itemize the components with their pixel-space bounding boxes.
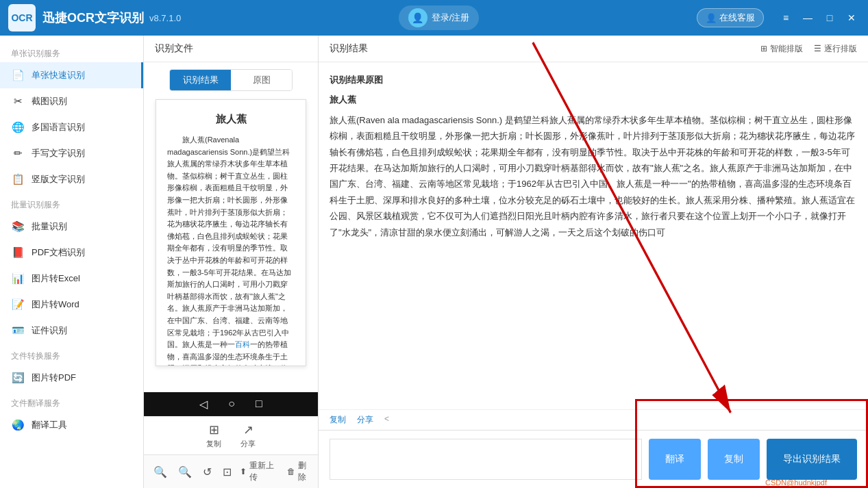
vertical-icon: 📋	[11, 172, 25, 186]
doc-title: 旅人蕉	[167, 111, 295, 127]
result-share-link[interactable]: 分享	[357, 414, 373, 426]
batch-icon: 📚	[11, 220, 25, 233]
result-content-body: 旅人蕉(Raven ala madagascariensis Sonn.) 是鹤…	[330, 112, 857, 240]
copy-button[interactable]: ⊞ 复制	[206, 422, 221, 449]
service-button[interactable]: 👤 在线客服	[697, 8, 764, 27]
tab-result[interactable]: 识别结果	[170, 70, 231, 90]
reupload-button[interactable]: ⬆ 重新上传	[240, 460, 276, 483]
result-less-link[interactable]: <	[384, 414, 389, 426]
upload-icon: ⬆	[240, 467, 247, 476]
titlebar: OCR 迅捷OCR文字识别 v8.7.1.0 👤 登录/注册 👤 在线客服 ≡ …	[0, 0, 868, 36]
app-version: v8.7.1.0	[149, 13, 181, 23]
back-button[interactable]: ◁	[199, 398, 208, 411]
logo-text: OCR	[11, 12, 32, 23]
line-sort-icon: ☰	[814, 44, 821, 53]
sidebar-section-convert: 文件转换服务	[0, 344, 143, 365]
sidebar-item-batch[interactable]: 📚 批量识别	[0, 214, 143, 240]
sidebar-item-pdf[interactable]: 📕 PDF文档识别	[0, 240, 143, 266]
phone-navigation-bar: ◁ ○ □	[144, 392, 318, 416]
translate-button[interactable]: 翻译	[649, 439, 701, 480]
sidebar-item-handwriting[interactable]: ✏ 手写文字识别	[0, 140, 143, 166]
delete-button[interactable]: 🗑 删除	[287, 460, 311, 483]
copy-label: 复制	[206, 439, 221, 449]
sidebar-item-img-pdf[interactable]: 🔄 图片转PDF	[0, 365, 143, 391]
result-empty-area	[330, 439, 642, 480]
excel-icon: 📊	[11, 272, 25, 285]
sidebar-item-multilang[interactable]: 🌐 多国语言识别	[0, 114, 143, 140]
sidebar-item-handwriting-label: 手写文字识别	[32, 147, 85, 159]
smart-sort-label: 智能排版	[770, 43, 803, 55]
service-label: 在线客服	[719, 12, 755, 24]
delete-label: 删除	[298, 460, 311, 483]
login-label: 登录/注册	[432, 12, 470, 24]
file-panel-header: 识别文件	[144, 36, 318, 62]
login-button[interactable]: 👤 登录/注册	[399, 5, 480, 30]
close-button[interactable]: ✕	[843, 10, 860, 26]
titlebar-right: 👤 在线客服 ≡ — □ ✕	[697, 8, 860, 27]
rotate-icon[interactable]: ↺	[200, 464, 214, 480]
titlebar-center: 👤 登录/注册	[181, 5, 697, 30]
recents-button[interactable]: □	[256, 398, 262, 411]
translate-icon: 🌏	[11, 418, 25, 432]
result-panel: 识别结果 ⊞ 智能排版 ☰ 逐行排版 识别结果原图 旅人蕉 旅人蕉(Raven …	[319, 36, 868, 488]
sidebar-item-screenshot[interactable]: ✂ 截图识别	[0, 88, 143, 114]
maximize-button[interactable]: □	[821, 10, 838, 26]
zoom-out-icon[interactable]: 🔍	[175, 464, 195, 480]
multilang-icon: 🌐	[11, 120, 25, 134]
smart-sort-icon: ⊞	[760, 44, 767, 53]
sidebar-item-img-word-label: 图片转Word	[32, 298, 79, 311]
sidebar-item-img-word[interactable]: 📝 图片转Word	[0, 292, 143, 318]
share-icon: ↗	[243, 422, 253, 437]
crop-icon[interactable]: ⊡	[220, 464, 234, 480]
sidebar-item-id[interactable]: 🪪 证件识别	[0, 318, 143, 344]
file-preview-area: 识别结果 原图 旅人蕉 旅人蕉(Ravenala madagascariensi…	[144, 62, 318, 392]
sidebar-item-quick-recognition[interactable]: 📄 单张快速识别	[0, 62, 143, 88]
sidebar-section-translate: 文件翻译服务	[0, 391, 143, 412]
reupload-label: 重新上传	[249, 460, 276, 483]
home-button[interactable]: ○	[228, 398, 235, 411]
sidebar-item-vertical[interactable]: 📋 竖版文字识别	[0, 166, 143, 192]
tab-switcher: 识别结果 原图	[169, 69, 293, 91]
result-panel-title: 识别结果	[330, 42, 368, 55]
watermark: CSDN@hudnkjpdf	[765, 478, 827, 487]
tab-original[interactable]: 原图	[231, 70, 292, 90]
export-button[interactable]: 导出识别结果	[767, 439, 857, 480]
screenshot-icon: ✂	[11, 94, 25, 108]
menu-button[interactable]: ≡	[778, 10, 794, 26]
main-layout: 单张识别服务 📄 单张快速识别 ✂ 截图识别 🌐 多国语言识别 ✏ 手写文字识别…	[0, 36, 868, 488]
word-icon: 📝	[11, 298, 25, 311]
sidebar-item-img-pdf-label: 图片转PDF	[32, 372, 76, 384]
minimize-button[interactable]: —	[799, 10, 816, 26]
app-logo: OCR	[8, 4, 36, 31]
sidebar-item-batch-label: 批量识别	[32, 220, 67, 233]
id-icon: 🪪	[11, 324, 25, 337]
copy-icon: ⊞	[209, 422, 219, 437]
sidebar-item-img-excel[interactable]: 📊 图片转Excel	[0, 266, 143, 292]
result-header: 识别结果 ⊞ 智能排版 ☰ 逐行排版	[319, 36, 868, 62]
line-sort-label: 逐行排版	[824, 43, 857, 55]
sidebar-item-vertical-label: 竖版文字识别	[32, 173, 85, 185]
result-header-right: ⊞ 智能排版 ☰ 逐行排版	[760, 43, 857, 55]
copy-result-button[interactable]: 复制	[708, 439, 760, 480]
sidebar-item-quick-recognition-label: 单张快速识别	[32, 69, 85, 81]
result-section-title: 识别结果原图	[330, 72, 857, 88]
result-copy-link[interactable]: 复制	[330, 414, 346, 426]
line-sort-button[interactable]: ☰ 逐行排版	[814, 43, 857, 55]
img-pdf-icon: 🔄	[11, 371, 25, 385]
smart-sort-button[interactable]: ⊞ 智能排版	[760, 43, 803, 55]
sidebar-item-id-label: 证件识别	[32, 324, 67, 337]
share-button[interactable]: ↗ 分享	[240, 422, 256, 449]
file-bottom-bar: 🔍 🔍 ↺ ⊡ ⬆ 重新上传 🗑 删除	[144, 454, 318, 488]
doc-body: 旅人蕉(Ravenala madagascariensis Sonn.)是鹤望兰…	[167, 134, 295, 366]
handwriting-icon: ✏	[11, 146, 25, 160]
sidebar-item-translate-label: 翻译工具	[32, 419, 67, 431]
sidebar-section-single: 单张识别服务	[0, 41, 143, 62]
file-toolbar: ⊞ 复制 ↗ 分享	[144, 416, 318, 454]
sidebar-item-screenshot-label: 截图识别	[32, 95, 67, 107]
result-content-title: 旅人蕉	[330, 92, 857, 107]
pdf-icon: 📕	[11, 246, 25, 259]
zoom-in-icon[interactable]: 🔍	[151, 464, 170, 480]
sidebar-item-multilang-label: 多国语言识别	[32, 121, 85, 133]
sidebar-item-translate[interactable]: 🌏 翻译工具	[0, 412, 143, 438]
doc-preview: 旅人蕉 旅人蕉(Ravenala madagascariensis Sonn.)…	[156, 99, 306, 366]
